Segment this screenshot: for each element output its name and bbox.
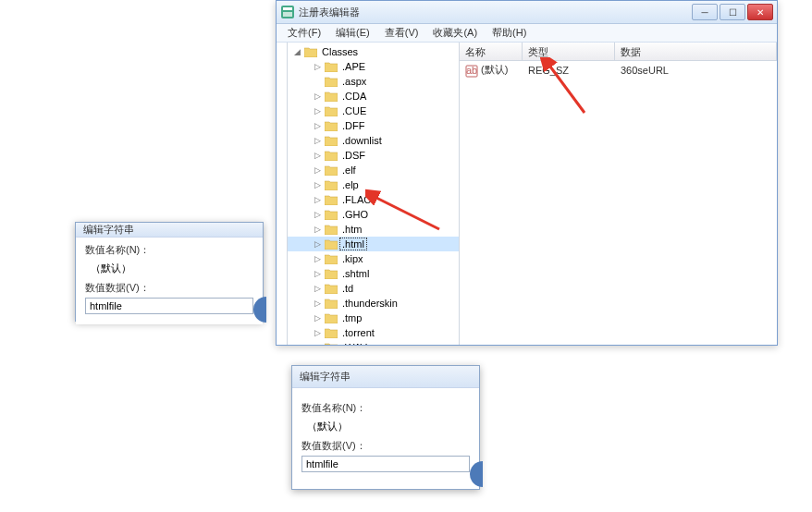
tree-node-label: .CDA [340,91,368,102]
tree-node[interactable]: ▷.DFF [288,118,459,133]
tree-node-label: .torrent [340,327,376,338]
tree-node[interactable]: ▷.downlist [288,133,459,148]
value-name-label: 数值名称(N)： [301,401,470,415]
value-name-display: （默认） [301,418,470,434]
tree-toggle-icon[interactable]: ▷ [314,299,322,308]
minimize-button[interactable]: ─ [692,4,718,20]
folder-icon [325,253,338,264]
tree-toggle-icon[interactable]: ▷ [314,285,322,293]
dialog-title: 编辑字符串 [83,223,134,237]
tree-toggle-icon[interactable]: ▷ [314,240,322,249]
tree-node[interactable]: ▷.DSF [288,148,459,163]
tree-node-label: .aspx [340,76,368,87]
window-title: 注册表编辑器 [299,6,690,19]
folder-icon [304,46,317,57]
tree-node[interactable]: ▷.tmp [288,311,459,325]
col-data[interactable]: 数据 [615,43,777,60]
tree-toggle-icon[interactable]: ▷ [314,181,322,189]
tree-node[interactable]: ▷.html [288,237,459,251]
dialog-title: 编辑字符串 [300,370,351,384]
tree-pane[interactable]: ◢ Classes ▷.APE▷.aspx▷.CDA▷.CUE▷.DFF▷.do… [288,43,460,345]
tree-node[interactable]: ▷.CUE [288,104,459,118]
tree-root-classes[interactable]: ◢ Classes [288,44,459,59]
menu-file[interactable]: 文件(F) [280,24,328,42]
folder-icon [325,120,338,131]
values-pane[interactable]: 名称 类型 数据 ab(默认)REG_SZ360seURL [460,43,777,345]
tree-toggle-icon[interactable]: ▷ [314,137,322,145]
tree-toggle-icon[interactable]: ▷ [314,122,322,130]
cell-name: ab(默认) [460,63,523,77]
tree-toggle-icon[interactable]: ▷ [314,63,322,71]
tree-toggle-icon[interactable]: ▷ [314,196,322,204]
tree-node[interactable]: ▷.htm [288,222,459,237]
folder-icon [325,238,338,250]
col-name[interactable]: 名称 [460,43,523,60]
tree-toggle-icon[interactable]: ▷ [314,92,322,101]
folder-icon [325,150,338,161]
tree-toggle-icon[interactable]: ▷ [314,107,322,116]
svg-text:ab: ab [466,65,477,76]
tree-node[interactable]: ▷.APE [288,59,459,74]
tree-node[interactable]: ▷.CDA [288,89,459,104]
value-name-display: （默认） [85,260,253,276]
tree-node[interactable]: ▷.shtml [288,266,459,281]
tree-node-label: .html [340,238,366,250]
tree-node[interactable]: ▷.GHO [288,207,459,222]
tree-node-label: .APE [340,61,367,72]
list-row[interactable]: ab(默认)REG_SZ360seURL [460,61,777,78]
tree-node[interactable]: ▷.torrent [288,325,459,340]
folder-icon [325,209,338,220]
tree-node-label: Classes [320,46,360,57]
tree-node[interactable]: ▷.WAV [288,340,459,345]
tree-toggle-icon[interactable]: ▷ [314,329,322,337]
folder-icon [325,298,338,309]
tree-node-label: .DFF [340,120,366,131]
value-data-label: 数值数据(V)： [301,439,470,453]
folder-icon [325,165,338,176]
regedit-icon [280,5,295,19]
tree-toggle-icon[interactable]: ◢ [293,48,301,56]
col-type[interactable]: 类型 [523,43,615,60]
folder-icon [325,135,338,146]
menu-view[interactable]: 查看(V) [377,24,426,42]
tree-toggle-icon[interactable]: ▷ [314,314,322,323]
tree-node[interactable]: ▷.elp [288,177,459,192]
tree-node[interactable]: ▷.elf [288,163,459,177]
tree-node-label: .htm [340,224,363,235]
tree-node-label: .CUE [340,105,368,116]
tree-node[interactable]: ▷.td [288,281,459,296]
tree-toggle-icon[interactable]: ▷ [314,211,322,219]
value-data-input[interactable]: htmlfile [85,298,253,314]
tree-node[interactable]: ▷.FLAC [288,192,459,207]
tree-node-label: .FLAC [340,194,373,205]
tree-toggle-icon[interactable]: ▷ [314,152,322,160]
tree-toggle-icon[interactable]: ▷ [314,255,322,263]
menu-help[interactable]: 帮助(H) [485,24,534,42]
tree-node-label: .kipx [340,253,365,264]
menu-favorites[interactable]: 收藏夹(A) [425,24,485,42]
tree-toggle-icon[interactable]: ▷ [314,226,322,234]
tree-node[interactable]: ▷.kipx [288,251,459,266]
tree-toggle-icon[interactable]: ▷ [314,166,322,175]
svg-rect-2 [283,12,292,17]
tree-node-label: .GHO [340,209,370,220]
titlebar[interactable]: 注册表编辑器 ─ ☐ ✕ [277,1,777,24]
close-button[interactable]: ✕ [747,4,773,20]
tree-node[interactable]: ▷.thunderskin [288,296,459,311]
menu-edit[interactable]: 编辑(E) [328,24,377,42]
tree-node[interactable]: ▷.aspx [288,74,459,89]
folder-icon [325,283,338,294]
tree-toggle-icon[interactable]: ▷ [314,270,322,278]
maximize-button[interactable]: ☐ [720,4,745,20]
menubar: 文件(F) 编辑(E) 查看(V) 收藏夹(A) 帮助(H) [277,24,777,43]
value-data-input[interactable]: htmlfile [301,456,470,472]
dialog-titlebar[interactable]: 编辑字符串 [292,366,479,388]
dialog-titlebar[interactable]: 编辑字符串 [76,223,263,238]
tree-toggle-icon[interactable]: ▷ [314,344,322,346]
tree-node-label: .td [340,283,355,294]
folder-icon [325,179,338,190]
folder-icon [325,105,338,116]
reg-string-icon: ab [465,65,478,78]
folder-icon [325,327,338,338]
cell-type: REG_SZ [523,65,615,76]
